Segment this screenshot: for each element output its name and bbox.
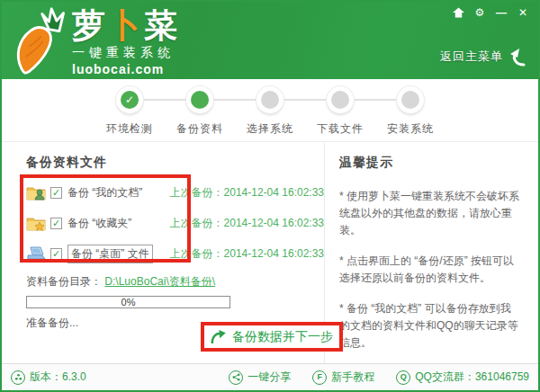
footer-bar: 版本：6.3.0 一键分享 F 新手教程 Q QQ交流群：361046759 <box>2 363 538 390</box>
version-badge-icon <box>11 370 25 385</box>
carrot-logo-icon <box>9 5 67 77</box>
tutorial-icon: F <box>312 370 327 385</box>
backup-directory-link[interactable]: D:\LuoBoCai\资料备份\ <box>104 275 215 288</box>
step-progress-bar: ✓ 环境检测 备份资料 选择系统 下载文件 安装系统 <box>2 79 538 142</box>
return-arrow-icon <box>506 45 529 68</box>
step-backup-data: 备份资料 <box>164 86 236 137</box>
last-backup-time: 上次备份：2014-12-04 16:02:33 <box>170 246 324 262</box>
tips-panel-title: 温馨提示 <box>339 155 527 171</box>
backup-item-desktop[interactable]: ✓ 备份 “桌面” 文件 上次备份：2014-12-04 16:02:33 <box>26 238 324 269</box>
last-backup-time: 上次备份：2014-12-04 16:02:33 <box>170 185 324 200</box>
redo-arrow-icon <box>211 330 226 343</box>
header: 萝卜菜 一键重装系统 luobocai.com ⚙ — ✕ 返回主菜单 <box>2 2 538 79</box>
gear-icon[interactable]: ⚙ <box>472 5 488 20</box>
checkbox-favorites[interactable]: ✓ <box>50 218 62 229</box>
backup-panel-title: 备份资料文件 <box>26 155 324 171</box>
share-button[interactable]: 一键分享 <box>229 370 291 385</box>
desktop-icon <box>26 245 46 262</box>
step-env-check: ✓ 环境检测 <box>94 86 166 137</box>
folder-user-icon <box>26 184 46 200</box>
checkbox-desktop[interactable]: ✓ <box>50 248 62 260</box>
app-title: 萝卜菜 <box>72 7 180 44</box>
qq-group-button[interactable]: Q QQ交流群：361046759 <box>396 370 529 385</box>
step-install-system: 安装系统 <box>374 86 446 137</box>
website-url: luobocai.com <box>72 62 180 76</box>
backup-item-favorites[interactable]: ✓ 备份 “收藏夹” 上次备份：2014-12-04 16:02:33 <box>26 208 324 238</box>
backup-directory-row: 资料备份目录： D:\LuoBoCai\资料备份\ <box>26 274 324 290</box>
minimize-icon[interactable]: — <box>493 5 509 20</box>
backup-item-my-documents[interactable]: ✓ 备份 “我的文档” 上次备份：2014-12-04 16:02:33 <box>26 177 324 208</box>
back-menu-label: 返回主菜单 <box>440 49 503 65</box>
backup-directory-label: 资料备份目录： <box>26 275 102 288</box>
qq-icon: Q <box>396 370 410 385</box>
step-download-files: 下载文件 <box>304 86 376 137</box>
logo-text: 萝卜菜 一键重装系统 luobocai.com <box>72 7 180 76</box>
app-window: 萝卜菜 一键重装系统 luobocai.com ⚙ — ✕ 返回主菜单 ✓ 环 <box>0 0 540 392</box>
backup-progress-bar: 0% <box>26 296 230 308</box>
share-label: 一键分享 <box>248 370 291 385</box>
back-to-main-menu-button[interactable]: 返回主菜单 <box>440 45 529 68</box>
backup-item-label: 备份 “我的文档” <box>68 185 142 200</box>
backup-item-label: 备份 “桌面” 文件 <box>68 245 153 263</box>
tips-panel: 温馨提示 * 使用萝卜菜一键重装系统不会破坏系统盘以外的其他盘的数据，请放心重装… <box>324 143 538 363</box>
version-info: 版本：6.3.0 <box>11 370 86 385</box>
share-icon <box>229 370 243 385</box>
qq-group-label: QQ交流群：361046759 <box>415 370 529 385</box>
backup-and-next-button[interactable]: 备份数据并下一步 <box>204 325 339 348</box>
check-icon: ✓ <box>125 94 134 105</box>
tutorial-button[interactable]: F 新手教程 <box>312 370 374 385</box>
checkbox-my-documents[interactable]: ✓ <box>50 187 62 199</box>
tip-text: * 使用萝卜菜一键重装系统不会破坏系统盘以外的其他盘的数据，请放心重装。 <box>339 188 521 239</box>
folder-star-icon <box>26 215 46 231</box>
annotation-box-next-button: 备份数据并下一步 <box>201 322 343 352</box>
progress-percent: 0% <box>122 297 136 307</box>
tip-text: * 点击界面上的 “备份/还原” 按钮可以选择还原以前备份的资料文件。 <box>339 253 521 287</box>
window-controls: ⚙ — ✕ <box>450 5 531 20</box>
version-label: 版本：6.3.0 <box>30 370 86 385</box>
tutorial-label: 新手教程 <box>331 370 374 385</box>
tip-text: * 备份 “我的文档” 可以备份存放到我的文档的资料文件和QQ的聊天记录等信息。 <box>339 300 521 352</box>
close-icon[interactable]: ✕ <box>515 5 531 20</box>
app-subtitle: 一键重装系统 <box>72 45 180 61</box>
backup-item-label: 备份 “收藏夹” <box>68 216 131 231</box>
home-icon[interactable] <box>450 5 466 20</box>
last-backup-time: 上次备份：2014-12-04 16:02:33 <box>170 216 324 231</box>
next-button-label: 备份数据并下一步 <box>232 329 333 345</box>
step-select-system: 选择系统 <box>234 86 306 137</box>
